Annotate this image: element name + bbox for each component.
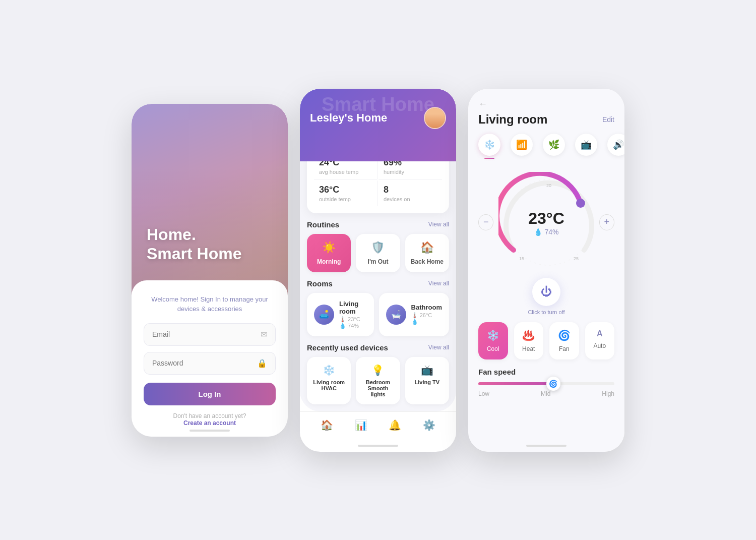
dev-tv-item[interactable]: 📺	[575, 134, 597, 159]
password-input[interactable]	[152, 359, 257, 367]
tv-control-icon-circle: 📺	[575, 134, 597, 156]
room-living[interactable]: 🛋️ Living room 🌡️ 23°C 💧 74%	[307, 293, 374, 336]
cool-label: Cool	[487, 345, 499, 352]
fan-speed-title: Fan speed	[478, 368, 614, 376]
avatar[interactable]	[424, 107, 446, 129]
dev-speaker-item[interactable]: 🔊	[607, 134, 624, 159]
im-out-icon: 🛡️	[371, 241, 385, 254]
stat-value-devices: 8	[384, 185, 437, 195]
home-indicator-2	[358, 445, 398, 447]
device-lights[interactable]: 💡 Bedroom Smooth lights	[356, 357, 400, 404]
living-room-stats: 🌡️ 23°C 💧 74%	[339, 316, 367, 329]
fan-mode-button[interactable]: 🌀 Fan	[549, 322, 579, 359]
bathroom-stats: 🌡️ 26°C 💧	[411, 312, 442, 325]
email-input[interactable]	[152, 330, 261, 338]
email-field-wrapper[interactable]: ✉	[144, 323, 276, 346]
phone-login: Home.Smart Home Welcome home! Sign In to…	[132, 104, 288, 437]
routines-row: ☀️ Morning 🛡️ I'm Out 🏠 Back Home	[307, 234, 449, 272]
temp-display: 23°C	[528, 209, 564, 227]
auto-icon: A	[597, 329, 603, 338]
lights-name: Bedroom Smooth lights	[362, 379, 394, 397]
login-button[interactable]: Log In	[144, 383, 276, 405]
morning-icon: ☀️	[322, 241, 336, 254]
temp-decrease-button[interactable]: −	[478, 214, 493, 230]
svg-text:20: 20	[546, 183, 551, 188]
device-tv[interactable]: 📺 Living TV	[405, 357, 449, 404]
room-bathroom[interactable]: 🛁 Bathroom 🌡️ 26°C 💧	[379, 293, 449, 336]
heat-label: Heat	[522, 345, 535, 352]
stat-label-outside-temp: outside temp	[319, 196, 372, 202]
device-hvac[interactable]: ❄️ Living room HVAC	[307, 357, 351, 404]
lock-icon: 🔒	[257, 358, 267, 368]
devices-title: Recently used devices	[307, 343, 388, 352]
power-button[interactable]: ⏻	[532, 278, 560, 306]
auto-label: Auto	[593, 342, 606, 349]
tv-icon: 📺	[421, 364, 433, 376]
stat-label-humidity: humidity	[384, 169, 437, 175]
stat-value-outside-temp: 36°C	[319, 185, 372, 195]
bathroom-icon: 🛁	[386, 305, 406, 325]
rooms-view-all[interactable]: View all	[428, 280, 449, 287]
routines-view-all[interactable]: View all	[428, 221, 449, 228]
control-screen: ← Living room Edit ❄️ 📶 🌿 📺	[468, 89, 624, 452]
temp-increase-button[interactable]: +	[599, 214, 614, 230]
routines-header: Routines View all	[307, 220, 449, 229]
nav-settings-icon[interactable]: ⚙️	[423, 419, 435, 431]
fan-thumb[interactable]: 🌀	[546, 377, 560, 391]
stat-outside-temp: 36°C outside temp	[314, 181, 377, 206]
svg-text:15: 15	[519, 256, 524, 261]
routine-morning[interactable]: ☀️ Morning	[307, 234, 351, 272]
routine-back-home[interactable]: 🏠 Back Home	[405, 234, 449, 272]
email-icon: ✉	[261, 330, 267, 339]
nav-notifications-icon[interactable]: 🔔	[389, 419, 401, 431]
living-room-name: Living room	[339, 300, 367, 315]
dev-plant-item[interactable]: 🌿	[543, 134, 565, 159]
login-card: Welcome home! Sign In to manage your dev…	[132, 280, 288, 437]
room-title: Living room	[478, 112, 547, 127]
routine-im-out[interactable]: 🛡️ I'm Out	[356, 234, 400, 272]
speaker-icon-circle: 🔊	[607, 134, 624, 156]
dial-center: 23°C 💧 74%	[528, 209, 564, 235]
thermostat-dial: 15 25 20 23°C 💧 74%	[498, 172, 594, 273]
dev-ac-item[interactable]: ❄️	[478, 134, 500, 159]
bottom-nav: 🏠 📊 🔔 ⚙️	[300, 411, 456, 438]
fan-slider[interactable]: 🌀	[478, 382, 614, 385]
fan-label-mid: Mid	[541, 390, 550, 397]
edit-button[interactable]: Edit	[602, 115, 614, 124]
cool-icon: ❄️	[487, 329, 499, 341]
dashboard-header: Smart Home Lesley's Home	[300, 89, 456, 161]
fan-label-high: High	[602, 390, 614, 397]
plant-icon-circle: 🌿	[543, 134, 565, 156]
password-field-wrapper[interactable]: 🔒	[144, 352, 276, 375]
humidity-value: 74%	[544, 227, 558, 235]
login-subtitle: Welcome home! Sign In to manage your dev…	[144, 294, 276, 314]
devices-header: Recently used devices View all	[307, 343, 449, 352]
fan-labels: Low Mid High	[478, 390, 614, 397]
svg-point-1	[576, 199, 585, 208]
devices-view-all[interactable]: View all	[428, 344, 449, 351]
auto-mode-button[interactable]: A Auto	[585, 322, 615, 359]
dev-wifi-item[interactable]: 📶	[511, 134, 533, 159]
fan-icon: 🌀	[558, 329, 571, 341]
control-header: ←	[478, 99, 614, 109]
nav-home-icon[interactable]: 🏠	[321, 419, 333, 431]
dashboard-content: 24°C avg house temp 69% humidity 36°C ou…	[300, 146, 456, 411]
rooms-header: Rooms View all	[307, 279, 449, 288]
back-button[interactable]: ←	[478, 99, 487, 109]
living-room-icon: 🛋️	[314, 305, 334, 325]
ac-icon-circle: ❄️	[478, 134, 500, 156]
stat-label-avg-temp: avg house temp	[319, 169, 372, 175]
heat-mode-button[interactable]: ♨️ Heat	[514, 322, 544, 359]
morning-label: Morning	[317, 258, 341, 265]
cool-mode-button[interactable]: ❄️ Cool	[478, 322, 508, 359]
ac-underline	[484, 158, 494, 159]
hvac-icon: ❄️	[323, 364, 335, 376]
fan-fill	[478, 382, 553, 385]
routines-title: Routines	[307, 220, 339, 229]
humidity-icon: 💧	[534, 227, 542, 235]
nav-stats-icon[interactable]: 📊	[355, 419, 367, 431]
app-tagline: Home.Smart Home	[147, 225, 242, 264]
create-account-link[interactable]: Create an account	[183, 419, 236, 427]
power-label: Click to turn off	[528, 309, 564, 315]
lights-icon: 💡	[371, 364, 384, 376]
